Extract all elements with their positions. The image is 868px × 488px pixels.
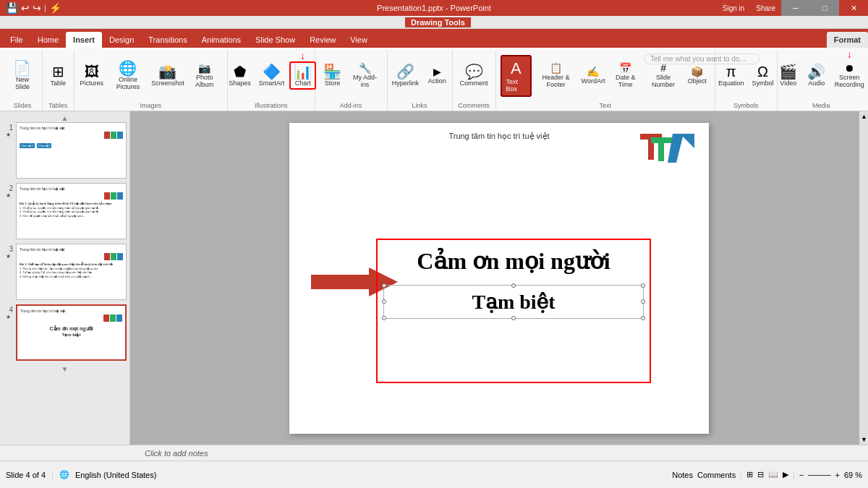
new-slide-icon: 📄 — [13, 61, 31, 75]
textbox-btn[interactable]: A Text Box — [501, 55, 532, 97]
minimize-btn[interactable]: ─ — [781, 0, 810, 16]
screenshot-label: Screenshot — [151, 80, 184, 87]
notes-btn[interactable]: Notes — [672, 471, 693, 479]
tables-group-label: Tables — [43, 102, 74, 109]
header-footer-label: Header & Footer — [537, 74, 575, 88]
symbol-btn[interactable]: Ω Symbol — [749, 63, 776, 88]
tab-animations[interactable]: Animations — [195, 32, 248, 48]
slide-thumb-1[interactable]: 1 ★ Trung tâm tin học trí tuệ việt Chia … — [3, 122, 127, 179]
status-left: Slide 4 of 4 | 🌐 English (United States) — [6, 470, 156, 479]
slide-thumb-3[interactable]: 3 ★ Trung tâm tin học trí tuệ việt Bài 1… — [3, 244, 127, 300]
view-slide-sorter-btn[interactable]: ⊟ — [757, 470, 764, 479]
comments-btn[interactable]: Comments — [697, 471, 736, 479]
my-addins-label: My Add-ins — [351, 74, 380, 88]
header-footer-btn[interactable]: 📋 Header & Footer — [534, 61, 578, 90]
slide-number-btn[interactable]: # Slide Number — [644, 61, 681, 90]
view-slideshow-btn[interactable]: ▶ — [783, 470, 788, 479]
slide-preview-4[interactable]: Trung tâm tin học trí tuệ việt Cảm ơn mọ… — [16, 304, 127, 361]
hyperlink-btn[interactable]: 🔗 Hyperlink — [389, 63, 422, 88]
status-bar: Slide 4 of 4 | 🌐 English (United States)… — [0, 461, 868, 488]
ribbon-group-addins: 🏪 Store 🔧 My Add-ins Add-ins — [315, 51, 388, 111]
my-addins-btn[interactable]: 🔧 My Add-ins — [348, 61, 383, 90]
vertical-scrollbar[interactable]: ▲ ▼ — [859, 111, 868, 445]
table-btn[interactable]: ⊞ Table — [45, 63, 71, 88]
tab-home[interactable]: Home — [30, 32, 66, 48]
language-label: English (United States) — [75, 471, 157, 479]
handle-tm — [511, 283, 516, 288]
tab-transitions[interactable]: Transitions — [141, 32, 194, 48]
close-btn[interactable]: ✕ — [839, 0, 868, 16]
slide-thumb-4[interactable]: 4 ★ Trung tâm tin học trí tuệ việt Cảm ơ… — [3, 304, 127, 361]
screenshot-btn[interactable]: 📸 Screenshot — [151, 63, 184, 88]
store-btn[interactable]: 🏪 Store — [320, 63, 346, 88]
ribbon-group-media: 🎬 Video 🔊 Audio ↓ ⏺ ScreenRecording Medi… — [778, 51, 865, 111]
comment-btn[interactable]: 💬 Comment — [457, 63, 491, 88]
equation-btn[interactable]: π Equation — [715, 63, 747, 88]
slide-number-3: 3 — [3, 244, 13, 253]
wordart-label: WordArt — [582, 77, 605, 85]
slide-thumb-2[interactable]: 2 ★ Trung tâm tin học trí tuệ việt Bài 1… — [3, 183, 127, 239]
zoom-out-btn[interactable]: − — [799, 471, 804, 479]
action-btn[interactable]: ▶ Action — [424, 65, 450, 86]
tab-slideshow[interactable]: Slide Show — [248, 32, 302, 48]
slides-group-label: Slides — [3, 102, 42, 109]
ribbon-group-images: 🖼 Pictures 🌐 Online Pictures 📸 Screensho… — [75, 51, 228, 111]
scroll-up-btn[interactable]: ▲ — [3, 114, 127, 122]
tab-file[interactable]: File — [3, 32, 30, 48]
chart-btn[interactable]: ↓ 📊 Chart — [289, 61, 316, 90]
video-btn[interactable]: 🎬 Video — [775, 63, 801, 88]
tell-me-input[interactable]: Tell me what you want to do... — [644, 53, 760, 64]
inner-text-box[interactable]: Tạm biệt — [383, 285, 644, 319]
slide-number-4: 4 — [3, 304, 13, 314]
notes-placeholder: Click to add notes — [145, 449, 208, 458]
zoom-slider[interactable]: ──── — [808, 471, 830, 479]
tab-design[interactable]: Design — [102, 32, 141, 48]
tab-insert[interactable]: Insert — [66, 32, 102, 48]
tab-review[interactable]: Review — [302, 32, 343, 48]
online-pictures-btn[interactable]: 🌐 Online Pictures — [107, 59, 149, 92]
handle-bl — [382, 316, 386, 320]
audio-btn[interactable]: 🔊 Audio — [804, 63, 830, 88]
screen-recording-btn[interactable]: ↓ ⏺ ScreenRecording — [832, 61, 867, 90]
my-addins-icon: 🔧 — [359, 63, 371, 73]
notes-bar[interactable]: Click to add notes — [0, 445, 868, 461]
photo-album-btn[interactable]: 📷 Photo Album — [187, 61, 223, 90]
smartart-btn[interactable]: 🔷 SmartArt — [256, 63, 288, 88]
slide-preview-1[interactable]: Trung tâm tin học trí tuệ việt Chia sẻ 1… — [16, 122, 127, 179]
svg-rect-3 — [658, 143, 664, 161]
ttv-logo — [637, 130, 694, 174]
handle-mr — [641, 299, 645, 304]
ribbon-group-slides: 📄 New Slide Slides — [3, 51, 43, 111]
slide-preview-2[interactable]: Trung tâm tin học trí tuệ việt Bài 1: Qu… — [16, 183, 127, 239]
maximize-btn[interactable]: □ — [810, 0, 839, 16]
svg-marker-5 — [680, 134, 694, 148]
scroll-up-arrow[interactable]: ▲ — [859, 111, 868, 121]
scroll-down-btn[interactable]: ▼ — [3, 365, 127, 373]
illustrations-group-label: Illustrations — [228, 102, 315, 109]
wordart-btn[interactable]: ✍ WordArt — [580, 65, 606, 86]
view-normal-btn[interactable]: ⊞ — [746, 470, 753, 479]
tab-format[interactable]: Format — [827, 32, 868, 48]
symbol-label: Symbol — [752, 80, 773, 87]
symbols-group-label: Symbols — [715, 102, 777, 109]
audio-label: Audio — [808, 80, 825, 87]
slide-star-2: ★ — [6, 192, 11, 199]
tab-view[interactable]: View — [343, 32, 375, 48]
sign-in-btn[interactable]: Sign in — [717, 4, 751, 12]
new-slide-btn[interactable]: 📄 New Slide — [7, 59, 38, 92]
slide-preview-3[interactable]: Trung tâm tin học trí tuệ việt Bài 1: Gi… — [16, 244, 127, 300]
canvas-area: ▲ ▼ Trung tâm tin học trí tuệ việt — [130, 111, 868, 445]
scroll-down-arrow[interactable]: ▼ — [859, 435, 868, 445]
object-btn[interactable]: 📦 Object — [684, 65, 710, 86]
share-btn[interactable]: Share — [750, 4, 781, 12]
main-text-box[interactable]: Cảm ơn mọi người Tạm biệt — [376, 239, 651, 383]
zoom-in-btn[interactable]: + — [835, 471, 839, 479]
pictures-btn[interactable]: 🖼 Pictures — [79, 63, 105, 88]
smartart-icon: 🔷 — [263, 64, 281, 79]
main-area: ▲ 1 ★ Trung tâm tin học trí tuệ việt — [0, 111, 868, 445]
zoom-level: 69 % — [844, 471, 862, 479]
date-time-btn[interactable]: 📅 Date & Time — [608, 61, 642, 90]
online-pictures-icon: 🌐 — [119, 61, 137, 75]
shapes-btn[interactable]: ⬟ Shapes — [226, 63, 254, 88]
view-reading-btn[interactable]: 📖 — [768, 470, 778, 479]
